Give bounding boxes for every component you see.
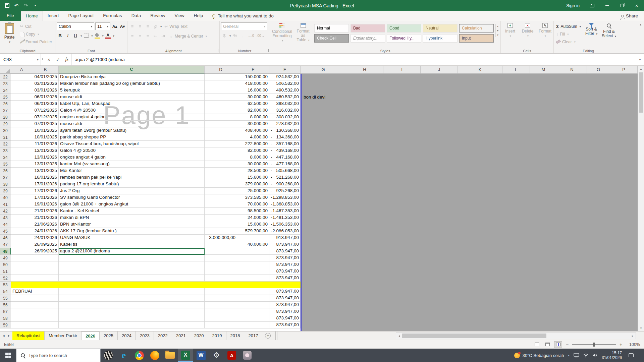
cell-F30[interactable]: -130.368,00	[269, 127, 301, 134]
undo-button[interactable]: ↶	[12, 1, 21, 10]
cell-F45[interactable]: -2.086.053,00	[269, 228, 301, 235]
cell-E40[interactable]: 373.585,00	[237, 194, 269, 201]
taskbar-app-excel[interactable]: X	[178, 349, 193, 362]
row-header-41[interactable]: 41	[0, 201, 11, 208]
cell-C54[interactable]	[59, 288, 205, 295]
cell-B45[interactable]: 24/01/2026	[32, 228, 59, 235]
tab-bar-splitter[interactable]	[275, 331, 277, 340]
italic-button[interactable]: I	[64, 32, 71, 39]
cell-C33[interactable]: Galon 4 @ 20500	[59, 147, 205, 154]
align-right-button[interactable]: ≡	[144, 33, 151, 40]
ribbon-tab-home[interactable]: Home	[21, 11, 43, 21]
cell-D35[interactable]	[205, 161, 237, 168]
cell-A22[interactable]	[11, 74, 32, 80]
sheet-tab-member-parkir[interactable]: Member Parkir	[45, 331, 82, 340]
cell-E58[interactable]	[237, 315, 269, 322]
save-button[interactable]	[3, 1, 11, 10]
cell-F54[interactable]: 873.947,00	[269, 288, 301, 295]
cell-F49[interactable]: 873.947,00	[269, 255, 301, 261]
cell-D29[interactable]	[205, 121, 237, 127]
sheet-tab-2019[interactable]: 2019	[208, 331, 226, 340]
autosum-button[interactable]: ΣAutoSum▾	[554, 22, 583, 30]
cell-A35[interactable]	[11, 161, 32, 168]
cell-B49[interactable]	[32, 255, 59, 261]
cell-D25[interactable]	[205, 94, 237, 101]
cell-D42[interactable]	[205, 208, 237, 215]
cell-E37[interactable]: 15.600,00	[237, 174, 269, 181]
cell-B25[interactable]: 06/01/2026	[32, 94, 59, 101]
row-header-33[interactable]: 33	[0, 147, 11, 154]
cell-style-check-cell[interactable]: Check Cell	[314, 34, 349, 43]
wrap-text-button[interactable]: ↩Wrap Text	[163, 22, 189, 30]
cell-C58[interactable]	[59, 315, 205, 322]
row-header-44[interactable]: 44	[0, 221, 11, 228]
cell-D56[interactable]	[205, 302, 237, 308]
font-name-combo[interactable]: Calibri▾	[57, 22, 94, 30]
column-header-G[interactable]: G	[301, 66, 346, 73]
gallery-down-button[interactable]: ▾	[497, 29, 498, 32]
clear-button[interactable]: Clear▾	[554, 38, 583, 46]
name-box[interactable]: C48	[0, 54, 35, 65]
cell-A52[interactable]	[11, 275, 32, 282]
cell-B27[interactable]: 07/12/2025	[32, 107, 59, 114]
fill-button[interactable]: ↓Fill▾	[554, 30, 583, 38]
vertical-scrollbar[interactable]: ▴ ▾	[638, 66, 644, 331]
taskbar-app-settings[interactable]: ⚙	[209, 349, 224, 362]
cell-F27[interactable]: 316.032,00	[269, 107, 301, 114]
cell-E25[interactable]: 30.000,00	[237, 94, 269, 101]
cell-D55[interactable]	[205, 295, 237, 302]
row-header-34[interactable]: 34	[0, 154, 11, 161]
taskbar-clock[interactable]: 15:17 31/01/2026	[602, 351, 622, 360]
column-header-K[interactable]: K	[458, 66, 502, 73]
cell-F48[interactable]: 873.947,00	[269, 248, 301, 255]
top-align-button[interactable]: ≡	[129, 23, 136, 30]
vertical-scrollbar-thumb[interactable]	[639, 72, 643, 113]
cell-B29[interactable]: 07/01/2025	[32, 121, 59, 127]
cell-B57[interactable]	[32, 308, 59, 315]
cell-A41[interactable]	[11, 201, 32, 208]
cell-F46[interactable]: 913.947,00	[269, 235, 301, 241]
volume-tray-icon[interactable]	[592, 353, 598, 358]
cell-C57[interactable]	[59, 308, 205, 315]
decrease-decimal-button[interactable]: .00→	[256, 32, 265, 39]
row-header-50[interactable]: 50	[0, 261, 11, 268]
action-center-button[interactable]	[626, 353, 636, 357]
cell-D51[interactable]	[205, 268, 237, 275]
row-header-38[interactable]: 38	[0, 181, 11, 188]
cell-B32[interactable]: 11/01/2026	[32, 141, 59, 147]
cell-E43[interactable]: 24.000,00	[237, 215, 269, 221]
cell-D37[interactable]	[205, 174, 237, 181]
cell-B52[interactable]	[32, 275, 59, 282]
underline-button[interactable]: U	[72, 32, 79, 39]
cell-D58[interactable]	[205, 315, 237, 322]
cell-F39[interactable]: -925.268,00	[269, 188, 301, 194]
taskbar-app-firefox[interactable]	[147, 349, 162, 362]
cell-D53[interactable]	[205, 282, 237, 288]
cell-D46[interactable]: 3.000.000,00	[205, 235, 237, 241]
hidden-icons-button[interactable]: ▴	[568, 354, 570, 357]
zoom-slider[interactable]	[572, 344, 616, 345]
qat-customize-button[interactable]: ▾	[31, 1, 40, 10]
row-header-31[interactable]: 31	[0, 134, 11, 141]
ribbon-tab-help[interactable]: Help	[189, 11, 208, 21]
alignment-dialog-launcher[interactable]	[215, 49, 218, 52]
tell-me-box[interactable]: Tell me what you want to do	[208, 11, 278, 21]
cell-F31[interactable]: -134.368,00	[269, 134, 301, 141]
row-header-35[interactable]: 35	[0, 161, 11, 168]
font-dialog-launcher[interactable]	[123, 49, 126, 52]
zoom-in-button[interactable]: +	[619, 342, 623, 347]
cell-A54[interactable]: FEBRUARI	[11, 288, 32, 295]
horizontal-scrollbar-thumb[interactable]	[402, 334, 546, 338]
bold-button[interactable]: B	[57, 32, 63, 39]
row-header-42[interactable]: 42	[0, 208, 11, 215]
cell-E51[interactable]	[237, 268, 269, 275]
cell-D45[interactable]	[205, 228, 237, 235]
row-header-25[interactable]: 25	[0, 94, 11, 101]
cell-D49[interactable]	[205, 255, 237, 261]
cell-C23[interactable]: Makan lembur nasi padang 20 org (lembur …	[59, 80, 205, 87]
cell-A27[interactable]	[11, 107, 32, 114]
collapse-ribbon-button[interactable]: ▴	[640, 23, 641, 26]
column-header-I[interactable]: I	[383, 66, 421, 73]
clipboard-dialog-launcher[interactable]	[51, 49, 54, 52]
cell-style-neutral[interactable]: Neutral	[423, 24, 458, 33]
